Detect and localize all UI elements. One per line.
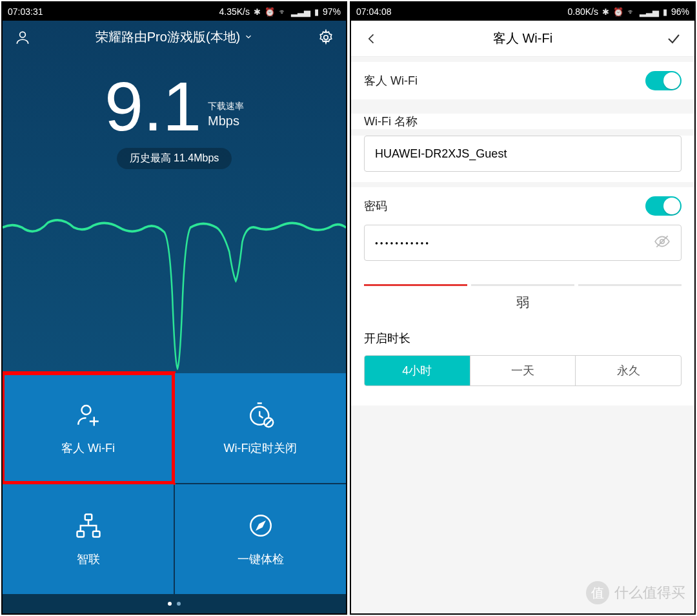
timer-icon [247,400,275,429]
page-title: 客人 Wi-Fi [382,30,663,47]
duration-segmented: 4小时 一天 永久 [364,355,682,386]
tile-hilink[interactable]: 智联 [3,484,174,594]
duration-option-forever[interactable]: 永久 [576,356,681,385]
signal-icon: ▂▃▅ [640,7,659,17]
duration-option-1d[interactable]: 一天 [470,356,576,385]
speed-value: 9.1 [105,72,201,141]
tile-label: 一键体检 [237,551,284,567]
password-input[interactable]: ●●●●●●●●●●● [364,225,682,261]
watermark-text: 什么值得买 [614,583,685,602]
guest-wifi-toggle-row: 客人 Wi-Fi [364,62,682,99]
strength-bar-mid [471,284,574,286]
wifi-icon: ᯤ [279,7,287,17]
ssid-input-field[interactable] [375,147,671,161]
ssid-label: Wi-Fi 名称 [351,114,694,129]
confirm-button[interactable] [663,31,684,46]
compass-icon [247,511,275,540]
settings-icon[interactable] [318,29,334,46]
svg-rect-8 [85,515,92,520]
duration-label: 开启时长 [364,331,682,346]
tile-wifi-timer[interactable]: Wi-Fi定时关闭 [175,373,346,483]
guest-wifi-toggle[interactable] [645,71,682,90]
guest-wifi-icon [74,400,103,429]
history-max-badge: 历史最高 11.4Mbps [117,148,232,169]
eye-hide-icon[interactable] [654,233,671,253]
pager-dot [177,602,181,606]
network-icon [74,511,103,540]
status-time: 07:04:08 [356,6,392,17]
ssid-input[interactable] [364,136,682,172]
svg-rect-9 [77,531,84,537]
strength-bar-strong [578,284,682,286]
battery-icon: ▮ [663,7,667,17]
password-toggle[interactable] [645,196,682,216]
svg-rect-10 [93,531,100,537]
tile-label: Wi-Fi定时关闭 [224,440,298,456]
tile-guest-wifi[interactable]: 客人 Wi-Fi [3,373,174,483]
bluetooth-icon: ✱ [254,7,261,17]
watermark: 值 什么值得买 [586,581,685,604]
tile-label: 智联 [77,551,100,567]
signal-icon: ▂▃▅ [291,7,310,17]
wifi-icon: ᯤ [627,7,636,17]
speed-chart [3,169,346,373]
page-indicator [3,594,346,613]
watermark-logo: 值 [586,581,609,604]
back-button[interactable] [361,32,382,45]
chevron-down-icon [244,30,253,45]
password-masked: ●●●●●●●●●●● [375,240,430,246]
status-rate: 4.35K/s [219,6,249,17]
status-bar-right: 07:04:08 0.80K/s ✱ ⏰ ᯤ ▂▃▅ ▮ 96% [351,3,694,21]
strength-bar-weak [364,284,467,286]
svg-marker-12 [257,522,264,529]
status-bar-left: 07:03:31 4.35K/s ✱ ⏰ ᯤ ▂▃▅ ▮ 97% [3,3,346,21]
status-battery: 96% [671,6,689,17]
feature-tiles: 客人 Wi-Fi Wi-Fi定时关闭 [3,373,346,594]
password-strength: 弱 [351,271,694,324]
alarm-icon: ⏰ [265,7,275,17]
titlebar: 客人 Wi-Fi [351,21,694,57]
bluetooth-icon: ✱ [602,7,609,17]
svg-point-1 [324,35,328,39]
guest-wifi-toggle-label: 客人 Wi-Fi [364,73,418,88]
strength-label: 弱 [364,294,682,311]
pager-dot [168,602,172,606]
password-row: 密码 [364,187,682,225]
status-battery: 97% [323,6,341,17]
tile-health-check[interactable]: 一键体检 [175,484,346,594]
alarm-icon: ⏰ [613,7,623,17]
router-selector[interactable]: 荣耀路由Pro游戏版(本地) [31,28,318,46]
svg-point-2 [81,406,90,415]
duration-option-4h[interactable]: 4小时 [365,356,470,385]
status-rate: 0.80K/s [567,6,598,17]
svg-point-0 [20,32,26,37]
profile-icon[interactable] [14,29,31,46]
speed-label: 下载速率 [208,101,244,112]
speed-unit: Mbps [208,114,244,128]
header-title-text: 荣耀路由Pro游戏版(本地) [96,28,240,46]
tile-label: 客人 Wi-Fi [61,440,115,456]
status-time: 07:03:31 [8,6,43,17]
battery-icon: ▮ [314,7,319,17]
download-speed-display: 9.1 下载速率 Mbps [3,72,346,141]
app-header: 荣耀路由Pro游戏版(本地) [3,21,346,54]
password-label: 密码 [364,198,387,214]
